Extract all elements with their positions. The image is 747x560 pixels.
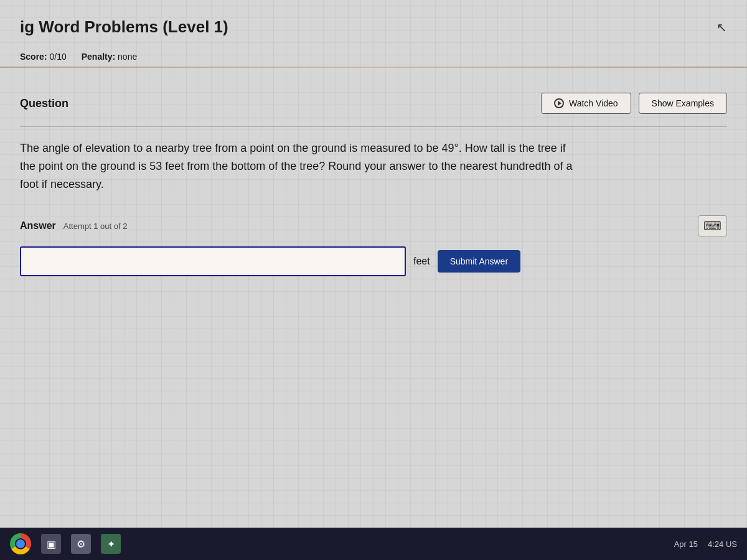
top-divider [0,67,747,68]
penalty-label: Penalty: [82,52,115,62]
app-icon[interactable]: ✦ [101,534,121,554]
show-examples-button[interactable]: Show Examples [639,93,727,114]
penalty-value: none [118,52,137,62]
score-text: Score: 0/10 [20,52,67,62]
taskbar-right: Apr 15 4:24 US [674,539,737,549]
question-text: The angle of elevation to a nearby tree … [20,139,580,193]
apps-icon[interactable]: ⚙ [71,534,91,554]
answer-input[interactable] [20,246,406,276]
question-divider [20,126,727,127]
files-icon[interactable]: ▣ [41,534,61,554]
score-value: 0/10 [49,52,66,62]
score-bar: Score: 0/10 Penalty: none [20,52,727,62]
taskbar-left: ▣ ⚙ ✦ [10,533,121,554]
taskbar-date: Apr 15 [674,539,698,549]
cursor-arrow: ↖ [716,20,727,35]
penalty-text: Penalty: none [82,52,138,62]
answer-input-row: feet Submit Answer [20,246,727,276]
keyboard-icon[interactable]: ⌨ [698,215,727,236]
play-icon [554,98,564,108]
answer-section: Answer Attempt 1 out of 2 ⌨ feet Submit … [20,215,727,276]
answer-label: Answer [20,220,56,231]
question-header: Question Watch Video Show Examples [20,93,727,114]
header-buttons: Watch Video Show Examples [541,93,727,114]
watch-video-label: Watch Video [569,98,618,108]
unit-label: feet [413,256,430,267]
watch-video-button[interactable]: Watch Video [541,93,631,114]
taskbar: ▣ ⚙ ✦ Apr 15 4:24 US [0,528,747,560]
submit-answer-button[interactable]: Submit Answer [438,250,520,273]
question-section-label: Question [20,97,68,110]
score-label: Score: [20,52,47,62]
answer-header: Answer Attempt 1 out of 2 ⌨ [20,215,727,236]
taskbar-time: 4:24 US [708,539,737,549]
chrome-icon[interactable] [10,533,31,554]
attempt-text: Attempt 1 out of 2 [63,222,128,231]
play-triangle [558,101,561,106]
answer-label-group: Answer Attempt 1 out of 2 [20,220,127,231]
page-title: ig Word Problems (Level 1) [20,17,228,37]
